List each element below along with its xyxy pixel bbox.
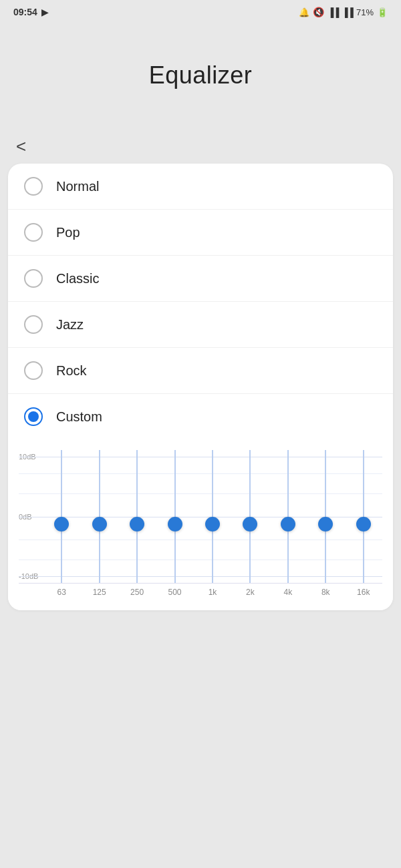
eq-xlabel-63: 63 xyxy=(43,588,80,597)
eq-slider-16k[interactable] xyxy=(345,450,382,583)
eq-xlabel-250: 250 xyxy=(118,588,156,597)
battery-label: 71% xyxy=(356,7,374,17)
play-icon: ▶ xyxy=(41,7,48,17)
eq-slider-2k[interactable] xyxy=(231,450,269,583)
status-left: 09:54 ▶ xyxy=(13,7,48,17)
eq-thumb-4k[interactable] xyxy=(281,517,295,531)
battery-icon: 🔋 xyxy=(377,7,388,17)
eq-slider-500[interactable] xyxy=(156,450,193,583)
preset-item-classic[interactable]: Classic xyxy=(8,256,393,302)
preset-item-pop[interactable]: Pop xyxy=(8,210,393,256)
equalizer-card: NormalPopClassicJazzRockCustom -10dB0dB1… xyxy=(8,164,393,610)
alarm-icon: 🔔 xyxy=(299,7,309,17)
preset-item-rock[interactable]: Rock xyxy=(8,348,393,394)
eq-chart-area: -10dB0dB10dB 631252505001k2k4k8k16k xyxy=(8,439,393,610)
preset-item-normal[interactable]: Normal xyxy=(8,164,393,210)
eq-xlabel-1k: 1k xyxy=(194,588,231,597)
eq-thumb-2k[interactable] xyxy=(243,517,257,531)
eq-xlabel-16k: 16k xyxy=(345,588,382,597)
eq-sliders xyxy=(43,450,382,583)
eq-xlabel-500: 500 xyxy=(156,588,193,597)
radio-classic xyxy=(24,269,43,288)
eq-xlabel-4k: 4k xyxy=(269,588,307,597)
back-chevron-icon: < xyxy=(16,136,26,156)
radio-pop xyxy=(24,223,43,242)
preset-label-rock: Rock xyxy=(56,363,87,379)
mute-icon: 🔇 xyxy=(313,7,324,17)
eq-thumb-8k[interactable] xyxy=(318,517,333,531)
eq-thumb-500[interactable] xyxy=(168,517,182,531)
signal2-icon: ▐▐ xyxy=(342,7,353,17)
eq-xlabel-125: 125 xyxy=(80,588,118,597)
radio-custom xyxy=(24,407,43,426)
status-bar: 09:54 ▶ 🔔 🔇 ▐▐ ▐▐ 71% 🔋 xyxy=(0,0,401,21)
eq-thumb-63[interactable] xyxy=(54,517,69,531)
eq-chart-wrapper: -10dB0dB10dB 631252505001k2k4k8k16k xyxy=(19,450,382,597)
preset-label-normal: Normal xyxy=(56,179,99,194)
time-label: 09:54 xyxy=(13,7,37,17)
eq-xlabel-2k: 2k xyxy=(231,588,269,597)
back-button[interactable]: < xyxy=(0,130,401,164)
preset-item-jazz[interactable]: Jazz xyxy=(8,302,393,348)
preset-item-custom[interactable]: Custom xyxy=(8,394,393,439)
eq-thumb-125[interactable] xyxy=(92,517,107,531)
page-title: Equalizer xyxy=(13,61,388,89)
status-right: 🔔 🔇 ▐▐ ▐▐ 71% 🔋 xyxy=(299,7,388,17)
eq-slider-250[interactable] xyxy=(118,450,156,583)
eq-slider-1k[interactable] xyxy=(194,450,231,583)
eq-xlabel-8k: 8k xyxy=(307,588,344,597)
preset-label-pop: Pop xyxy=(56,225,80,240)
eq-thumb-250[interactable] xyxy=(130,517,144,531)
preset-label-jazz: Jazz xyxy=(56,317,84,333)
eq-slider-125[interactable] xyxy=(80,450,118,583)
eq-slider-4k[interactable] xyxy=(269,450,307,583)
preset-label-classic: Classic xyxy=(56,271,99,286)
eq-slider-8k[interactable] xyxy=(307,450,344,583)
preset-label-custom: Custom xyxy=(56,409,102,425)
eq-thumb-16k[interactable] xyxy=(356,517,371,531)
radio-jazz xyxy=(24,315,43,334)
radio-inner-custom xyxy=(28,411,39,422)
eq-xlabels: 631252505001k2k4k8k16k xyxy=(19,584,382,597)
radio-normal xyxy=(24,177,43,196)
page-title-area: Equalizer xyxy=(0,21,401,130)
eq-thumb-1k[interactable] xyxy=(205,517,220,531)
preset-list: NormalPopClassicJazzRockCustom xyxy=(8,164,393,439)
eq-grid: -10dB0dB10dB xyxy=(19,450,382,584)
signal-icon: ▐▐ xyxy=(327,7,338,17)
eq-slider-63[interactable] xyxy=(43,450,80,583)
radio-rock xyxy=(24,361,43,380)
